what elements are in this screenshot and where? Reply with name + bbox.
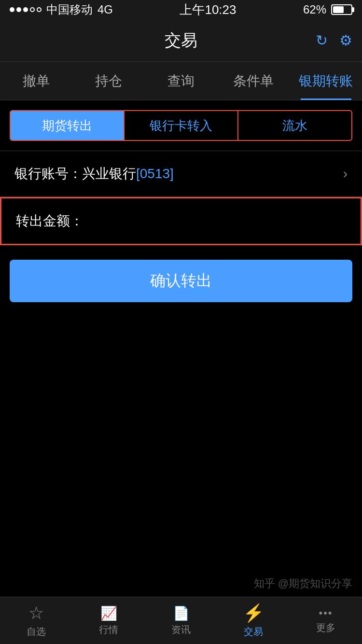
chevron-right-icon: › [343, 166, 348, 182]
amount-label: 转出金额： [16, 212, 84, 230]
bottom-nav-trade[interactable]: ⚡ 交易 [217, 603, 290, 638]
amount-input[interactable] [84, 213, 346, 229]
amount-row: 转出金额： [0, 197, 362, 245]
settings-icon[interactable]: ⚙ [339, 32, 352, 49]
bottom-nav: ☆ 自选 📈 行情 📄 资讯 ⚡ 交易 ••• 更多 [0, 597, 362, 644]
dot5 [37, 7, 42, 12]
battery-percent: 62% [303, 3, 326, 16]
star-icon: ☆ [28, 603, 44, 623]
confirm-transfer-button[interactable]: 确认转出 [10, 260, 352, 302]
watermark: 知乎 @期货知识分享 [254, 576, 352, 591]
sub-tab-futures-out[interactable]: 期货转出 [10, 110, 125, 141]
tab-query[interactable]: 查询 [145, 62, 217, 100]
bottom-label-more: 更多 [316, 621, 335, 634]
content: 银行账号：兴业银行[0513] › 转出金额： 确认转出 [0, 151, 362, 302]
lightning-icon: ⚡ [243, 603, 265, 623]
bottom-nav-news[interactable]: 📄 资讯 [145, 605, 217, 636]
doc-icon: 📄 [173, 605, 190, 621]
status-left: 中国移动 4G [10, 2, 113, 17]
bottom-nav-watchlist[interactable]: ☆ 自选 [0, 603, 72, 638]
tab-position[interactable]: 持仓 [72, 62, 145, 100]
page-title: 交易 [165, 29, 197, 52]
refresh-icon[interactable]: ↻ [316, 32, 328, 49]
sub-tabs: 期货转出 银行卡转入 流水 [0, 100, 362, 151]
tab-cancel[interactable]: 撤单 [0, 62, 72, 100]
carrier-label: 中国移动 [46, 2, 93, 17]
tab-condition[interactable]: 条件单 [217, 62, 290, 100]
bank-id: [0513] [136, 166, 174, 181]
battery-icon [331, 4, 352, 15]
bank-account-row[interactable]: 银行账号：兴业银行[0513] › [0, 151, 362, 197]
signal-dots [10, 7, 42, 12]
bottom-label-trade: 交易 [244, 625, 263, 638]
bottom-label-news: 资讯 [171, 623, 191, 636]
header: 交易 ↻ ⚙ [0, 19, 362, 62]
tab-transfer[interactable]: 银期转账 [290, 62, 362, 100]
bottom-label-watchlist: 自选 [27, 625, 46, 638]
chart-icon: 📈 [100, 605, 117, 621]
dot3 [23, 7, 28, 12]
network-label: 4G [97, 3, 113, 16]
status-bar: 中国移动 4G 上午10:23 62% [0, 0, 362, 19]
bottom-nav-more[interactable]: ••• 更多 [290, 607, 362, 634]
battery-fill [333, 6, 344, 13]
status-right: 62% [303, 3, 352, 16]
nav-tabs: 撤单 持仓 查询 条件单 银期转账 [0, 62, 362, 100]
sub-tab-bank-in[interactable]: 银行卡转入 [125, 110, 238, 141]
bank-name: 银行账号：兴业银行 [14, 166, 136, 181]
status-time: 上午10:23 [180, 1, 236, 18]
more-icon: ••• [319, 607, 333, 619]
bottom-nav-market[interactable]: 📈 行情 [72, 605, 145, 636]
dot2 [16, 7, 21, 12]
bottom-label-market: 行情 [99, 623, 118, 636]
dot1 [10, 7, 14, 12]
bank-account-label: 银行账号：兴业银行[0513] [14, 165, 174, 183]
header-icons: ↻ ⚙ [316, 32, 352, 49]
dot4 [30, 7, 35, 12]
sub-tab-flow[interactable]: 流水 [238, 110, 352, 141]
